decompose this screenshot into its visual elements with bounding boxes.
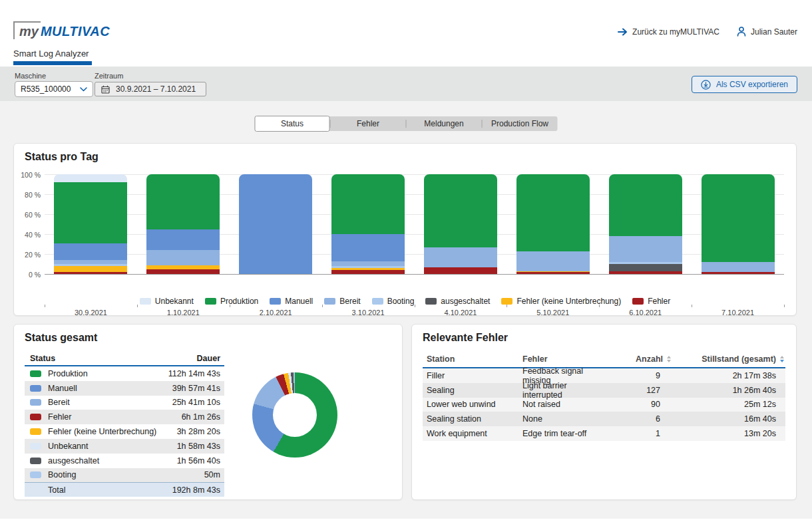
status-row-fehler-(keine-unterbrechung): Fehler (keine Unterbrechung)3h 28m 20s [25,424,224,439]
error-row-sealing-station: Sealing stationNone616m 40s [423,412,785,426]
machine-label: Maschine [15,72,46,80]
error-cell: 9 [606,371,672,380]
bar-slot [322,174,415,274]
status-row-fehler: Fehler6h 1m 26s [25,410,224,424]
user-menu[interactable]: Julian Sauter [737,27,797,37]
stacked-bar-2.10.2021[interactable] [239,174,312,274]
bar-slot [45,174,137,274]
period-label: Zeitraum [95,72,123,80]
error-cell: 127 [606,386,672,395]
total-label: Total [48,485,65,495]
legend-item-fehler: Fehler [632,297,670,306]
legend-label: ausgeschaltet [441,297,490,306]
error-cell: Sealing [423,386,522,395]
legend-swatch [324,298,335,305]
chart-legend: UnbekanntProduktionManuellBereitBootinga… [14,297,796,306]
status-name: Fehler [48,412,71,422]
stacked-bar-5.10.2021[interactable] [516,174,590,274]
period-date-range-field[interactable]: 30.9.2021 – 7.10.2021 [95,82,206,96]
status-duration: 39h 57m 41s [172,384,220,393]
status-total-card: Status gesamt Status Dauer Produktion112… [13,324,403,500]
user-name: Julian Sauter [751,27,797,37]
legend-swatch [425,298,437,305]
main-content: StatusFehlerMeldungenProduction Flow Sta… [0,101,812,519]
relevant-errors-card: Relevante Fehler Station Fehler Anzahl S… [411,324,797,500]
bar-segment-bereit [609,236,682,262]
error-cell: Work equipment [423,429,522,438]
status-duration: 3h 28m 20s [177,427,220,436]
status-row-booting: Booting50m [25,468,224,483]
tab-smart-log-analyzer[interactable]: Smart Log Analyzer [13,49,89,59]
error-cell: Not raised [522,400,606,409]
x-axis-label: 7.10.2021 [692,309,784,317]
bar-slot [599,174,692,274]
status-name: Bereit [48,398,70,407]
y-axis-tick-label: 60 % [15,211,41,219]
stacked-bar-7.10.2021[interactable] [702,174,775,274]
status-row-manuell: Manuell39h 57m 41s [25,381,224,396]
filter-bar: Maschine R535_100000 Zeitraum 30.9.2021 … [0,66,812,101]
y-axis-tick-label: 40 % [15,231,41,239]
page-footer [0,519,812,532]
bar-segment-fehler [609,271,682,275]
logo-my-text: my [13,21,41,39]
back-to-mymultivac-link[interactable]: Zurück zu myMULTIVAC [618,27,719,37]
view-tabs: StatusFehlerMeldungenProduction Flow [255,116,558,131]
stacked-bar-30.9.2021[interactable] [54,174,127,274]
error-cell: 25m 12s [672,400,785,409]
x-axis-label: 6.10.2021 [599,309,692,317]
view-tab-production-flow[interactable]: Production Flow [483,116,558,131]
view-tab-fehler[interactable]: Fehler [331,116,406,131]
bar-segment-fehler [54,272,127,274]
col-anzahl-sort[interactable]: Anzahl [606,354,672,364]
error-cell: 1 [606,429,672,438]
status-per-day-card: Status pro Tag 100 %80 %60 %40 %20 %0 %3… [13,143,797,316]
status-color-chip [30,370,41,377]
stacked-bar-6.10.2021[interactable] [609,174,682,274]
logo-brand-text: MULTIVAC [41,21,110,39]
sort-icon [667,356,671,362]
bar-segment-fehler [702,272,775,274]
bar-segment-manuell [239,174,312,274]
stacked-bar-4.10.2021[interactable] [424,174,497,274]
x-axis-label: 30.9.2021 [45,309,137,317]
col-status: Status [30,354,55,363]
status-color-chip [30,399,41,406]
error-row-lower-web-unwind: Lower web unwindNot raised9025m 12s [423,398,785,412]
view-tab-status[interactable]: Status [255,116,330,132]
bar-segment-unbekannt [54,174,127,182]
status-total-table-header: Status Dauer [25,351,224,366]
arrow-right-icon [618,28,628,36]
export-csv-label: Als CSV exportieren [716,80,788,89]
col-stillstand-sort[interactable]: Stillstand (gesamt) [672,354,785,364]
total-value: 192h 8m 43s [172,485,220,495]
bar-segment-bereit [146,250,220,265]
stacked-bar-1.10.2021[interactable] [146,174,220,274]
bar-segment-produktion [702,174,775,262]
sort-icon-active [780,356,784,362]
status-row-ausgeschaltet: ausgeschaltet1h 56m 40s [25,454,224,468]
legend-swatch [270,298,281,305]
legend-label: Bereit [339,297,360,306]
bar-segment-produktion [516,174,590,251]
status-duration: 112h 14m 43s [168,369,220,378]
bar-segment-produktion [424,174,497,247]
bar-segment-fehler [424,267,497,275]
error-cell: 90 [606,400,672,409]
status-row-unbekannt: Unbekannt1h 58m 43s [25,439,224,454]
stacked-bar-3.10.2021[interactable] [331,174,405,274]
bar-segment-produktion [54,182,127,243]
machine-select[interactable]: R535_100000 [15,81,93,97]
legend-item-ausgeschaltet: ausgeschaltet [425,297,490,306]
bar-segment-ausgeschaltet [609,264,682,271]
calendar-icon [101,85,110,94]
legend-label: Unbekannt [155,297,194,306]
error-cell: 13m 20s [672,429,785,438]
view-tab-meldungen[interactable]: Meldungen [407,116,482,131]
export-csv-button[interactable]: Als CSV exportieren [692,76,797,93]
active-tab-underline [13,61,92,65]
legend-item-booting: Booting [372,297,415,306]
bar-segment-bereit [702,262,775,272]
status-row-bereit: Bereit25h 41m 10s [25,396,224,410]
bar-segment-bereit [516,251,590,271]
